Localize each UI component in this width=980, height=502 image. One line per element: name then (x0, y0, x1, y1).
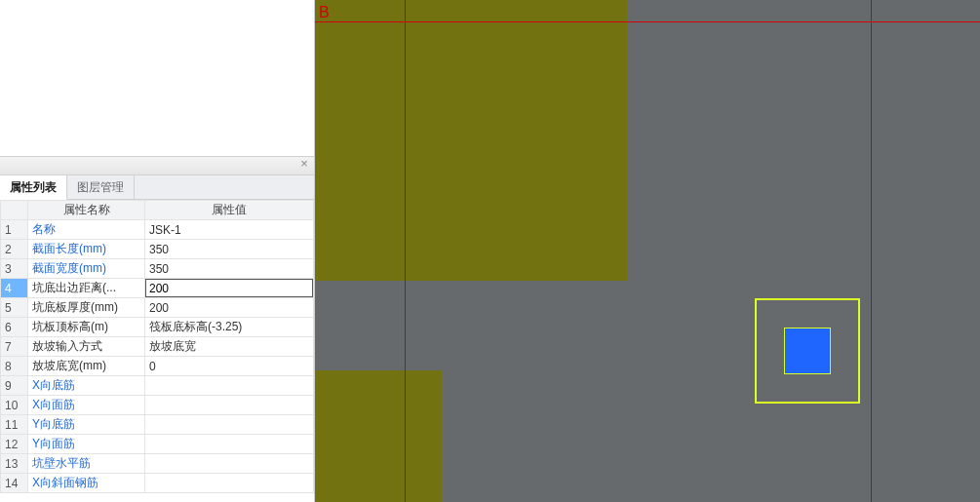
property-value[interactable] (145, 415, 314, 435)
property-value[interactable]: 筏板底标高(-3.25) (145, 318, 314, 337)
axis-vertical-1 (405, 0, 406, 502)
row-number[interactable]: 12 (1, 435, 28, 454)
row-number[interactable]: 2 (1, 240, 28, 259)
property-value[interactable] (145, 474, 314, 493)
row-number[interactable]: 10 (1, 396, 28, 415)
property-name[interactable]: X向斜面钢筋 (28, 474, 145, 493)
table-row[interactable]: 8放坡底宽(mm)0 (1, 357, 314, 376)
row-number[interactable]: 3 (1, 259, 28, 279)
upper-empty-panel (0, 0, 314, 156)
property-name[interactable]: 坑底出边距离(... (28, 279, 145, 298)
table-row[interactable]: 7放坡输入方式放坡底宽 (1, 337, 314, 357)
property-value[interactable]: JSK-1 (145, 220, 314, 240)
property-value[interactable]: 350 (145, 240, 314, 259)
shape-region-bottom (315, 370, 442, 502)
panel-tabs: 属性列表 图层管理 (0, 175, 314, 200)
table-row[interactable]: 5坑底板厚度(mm)200 (1, 298, 314, 318)
property-value[interactable]: 200 (145, 298, 314, 318)
table-row[interactable]: 3截面宽度(mm)350 (1, 259, 314, 279)
property-name[interactable]: 坑板顶标高(m) (28, 318, 145, 337)
property-name[interactable]: 放坡输入方式 (28, 337, 145, 357)
table-row[interactable]: 6坑板顶标高(m)筏板底标高(-3.25) (1, 318, 314, 337)
property-name[interactable]: 截面宽度(mm) (28, 259, 145, 279)
property-name[interactable]: X向面筋 (28, 396, 145, 415)
panel-titlebar: × (0, 156, 314, 175)
table-row[interactable]: 14X向斜面钢筋 (1, 474, 314, 493)
row-number[interactable]: 9 (1, 376, 28, 396)
col-name-header[interactable]: 属性名称 (28, 201, 145, 220)
property-name[interactable]: X向底筋 (28, 376, 145, 396)
axis-horizontal (315, 21, 980, 22)
property-value[interactable]: 0 (145, 357, 314, 376)
property-value[interactable] (145, 376, 314, 396)
table-row[interactable]: 4坑底出边距离(... (1, 279, 314, 298)
property-value[interactable]: 350 (145, 259, 314, 279)
property-value[interactable]: 放坡底宽 (145, 337, 314, 357)
property-grid-scroll[interactable]: 属性名称 属性值 1名称JSK-12截面长度(mm)3503截面宽度(mm)35… (0, 200, 314, 502)
tab-layer-manager[interactable]: 图层管理 (67, 175, 135, 199)
row-number[interactable]: 7 (1, 337, 28, 357)
table-row[interactable]: 11Y向底筋 (1, 415, 314, 435)
row-number[interactable]: 13 (1, 454, 28, 474)
property-grid: 属性名称 属性值 1名称JSK-12截面长度(mm)3503截面宽度(mm)35… (0, 200, 314, 493)
table-row[interactable]: 10X向面筋 (1, 396, 314, 415)
row-number[interactable]: 5 (1, 298, 28, 318)
property-value[interactable] (145, 435, 314, 454)
row-number[interactable]: 1 (1, 220, 28, 240)
tab-property-list[interactable]: 属性列表 (0, 175, 67, 200)
property-value[interactable] (145, 454, 314, 474)
property-name[interactable]: 截面长度(mm) (28, 240, 145, 259)
table-row[interactable]: 13坑壁水平筋 (1, 454, 314, 474)
selected-element[interactable] (784, 328, 831, 374)
properties-panel: × 属性列表 图层管理 属性名称 属性值 1名 (0, 0, 315, 502)
property-name[interactable]: Y向面筋 (28, 435, 145, 454)
property-value[interactable] (145, 279, 314, 298)
table-row[interactable]: 12Y向面筋 (1, 435, 314, 454)
property-name[interactable]: 放坡底宽(mm) (28, 357, 145, 376)
table-row[interactable]: 1名称JSK-1 (1, 220, 314, 240)
shape-region-top (315, 0, 627, 281)
row-number[interactable]: 14 (1, 474, 28, 493)
property-name[interactable]: Y向底筋 (28, 415, 145, 435)
axis-vertical-2 (871, 0, 872, 502)
row-number[interactable]: 4 (1, 279, 28, 298)
property-value-input[interactable] (145, 279, 313, 297)
drawing-canvas[interactable]: B (315, 0, 980, 502)
axis-label-b: B (319, 4, 330, 21)
property-name[interactable]: 坑壁水平筋 (28, 454, 145, 474)
row-number[interactable]: 11 (1, 415, 28, 435)
col-rownum-header (1, 201, 28, 220)
property-name[interactable]: 名称 (28, 220, 145, 240)
row-number[interactable]: 8 (1, 357, 28, 376)
property-value[interactable] (145, 396, 314, 415)
col-value-header[interactable]: 属性值 (145, 201, 314, 220)
close-icon[interactable]: × (297, 158, 311, 172)
table-row[interactable]: 9X向底筋 (1, 376, 314, 396)
row-number[interactable]: 6 (1, 318, 28, 337)
property-name[interactable]: 坑底板厚度(mm) (28, 298, 145, 318)
table-row[interactable]: 2截面长度(mm)350 (1, 240, 314, 259)
